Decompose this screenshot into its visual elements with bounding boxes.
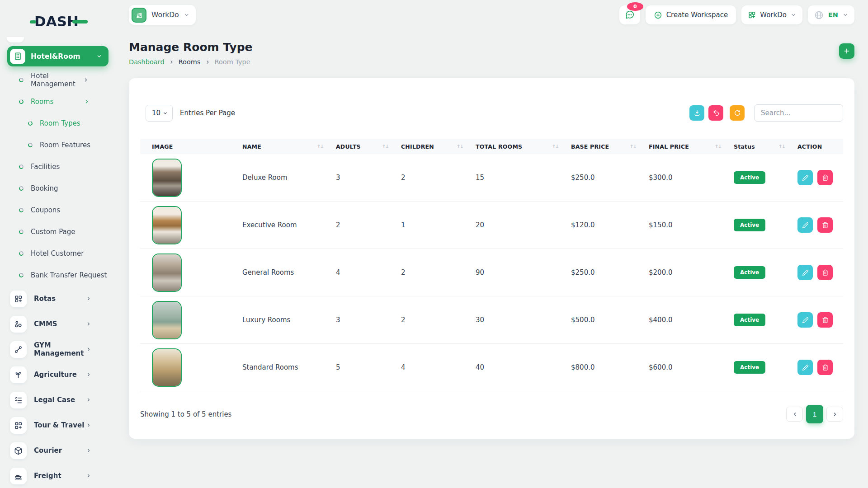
children-value: 2 (389, 174, 464, 182)
room-image[interactable] (152, 159, 182, 197)
create-workspace-button[interactable]: Create Workspace (646, 5, 736, 24)
sort-icon[interactable]: ↑↓ (317, 144, 323, 150)
previous-page-button[interactable] (786, 407, 803, 422)
delete-button[interactable] (817, 265, 833, 280)
chevron-right-icon (205, 60, 210, 65)
sidebar-item-room-types[interactable]: Room Types (0, 113, 117, 134)
sidebar-item-agriculture[interactable]: Agriculture (0, 362, 117, 387)
download-icon (693, 109, 701, 117)
workspace-icon (132, 8, 146, 23)
reset-button[interactable] (708, 105, 723, 121)
sort-icon[interactable]: ↑↓ (630, 144, 636, 150)
dumbbell-icon (10, 341, 27, 358)
sidebar-item-hotel-room[interactable]: Hotel&Room (7, 46, 108, 66)
table-row: Executive Room 2 1 20 $120.0 $150.0 Acti… (140, 202, 843, 249)
chevron-right-icon (83, 77, 89, 83)
sidebar-item-rotas[interactable]: Rotas (0, 286, 117, 311)
export-button[interactable] (689, 105, 704, 121)
chevron-down-icon (96, 53, 102, 59)
search-input[interactable] (754, 104, 843, 122)
workspace-selector[interactable]: WorkDo (129, 5, 196, 25)
breadcrumb-dashboard[interactable]: Dashboard (129, 58, 165, 66)
bullet-icon (19, 186, 24, 191)
sidebar-item-facilities[interactable]: Facilities (0, 156, 117, 178)
sidebar-item-hotel-management[interactable]: Hotel Management (0, 69, 117, 91)
sidebar-item-custom-page[interactable]: Custom Page (0, 221, 117, 243)
total-rooms-value: 40 (464, 363, 559, 371)
bullet-icon (19, 272, 24, 278)
plus-icon (843, 47, 850, 55)
room-image[interactable] (152, 301, 182, 339)
adults-value: 3 (324, 316, 389, 324)
clipped-menu-item (7, 37, 24, 42)
sidebar-item-gym-management[interactable]: GYM Management (0, 337, 117, 362)
sidebar-item-rooms[interactable]: Rooms (0, 91, 117, 113)
room-image[interactable] (152, 348, 182, 387)
sort-icon[interactable]: ↑↓ (552, 144, 558, 150)
topbar-right: 0 Create Workspace WorkDo EN (619, 5, 854, 24)
table-row: Luxury Rooms 3 2 30 $500.0 $400.0 Active (140, 296, 843, 344)
room-photo (153, 207, 181, 244)
refresh-button[interactable] (730, 105, 745, 121)
next-page-button[interactable] (826, 407, 843, 422)
sidebar-item-bank-transfer-request[interactable]: Bank Transfer Request (0, 264, 117, 286)
circles-cluster-icon (10, 316, 27, 333)
chevron-right-icon (832, 412, 838, 417)
room-image[interactable] (152, 253, 182, 292)
breadcrumb-rooms[interactable]: Rooms (179, 58, 201, 66)
delete-button[interactable] (817, 360, 833, 375)
room-name: Standard Rooms (231, 363, 324, 371)
sort-icon[interactable]: ↑↓ (457, 144, 463, 150)
sort-icon[interactable]: ↑↓ (715, 144, 721, 150)
final-price-value: $300.0 (637, 174, 722, 182)
table-row: Standard Rooms 5 4 40 $800.0 $600.0 Acti… (140, 344, 843, 391)
sprout-icon (10, 366, 27, 383)
table-row: General Rooms 4 2 90 $250.0 $200.0 Activ… (140, 249, 843, 296)
chevron-right-icon (169, 60, 174, 65)
language-selector[interactable]: EN (808, 5, 854, 24)
sidebar-item-legal-case[interactable]: Legal Case (0, 387, 117, 413)
sort-icon[interactable]: ↑↓ (382, 144, 388, 150)
messages-button[interactable]: 0 (619, 5, 640, 24)
entries-per-page-label: Entries Per Page (180, 109, 235, 117)
breadcrumb-current: Room Type (215, 58, 250, 66)
final-price-value: $150.0 (637, 221, 722, 229)
pencil-icon (802, 174, 809, 181)
edit-button[interactable] (797, 312, 813, 328)
sidebar-item-label: Hotel&Room (31, 52, 91, 61)
edit-button[interactable] (797, 217, 813, 233)
sidebar-item-freight[interactable]: Freight (0, 463, 117, 488)
sidebar-item-tour-travel[interactable]: Tour & Travel (0, 413, 117, 438)
chevron-right-icon (86, 473, 91, 479)
chevron-right-icon (86, 347, 91, 352)
pagination: 1 (786, 405, 843, 423)
delete-button[interactable] (817, 170, 833, 185)
sidebar-item-room-features[interactable]: Room Features (0, 134, 117, 156)
page-number-button[interactable]: 1 (806, 405, 823, 423)
sidebar-item-booking[interactable]: Booking (0, 178, 117, 199)
sidebar-item-courier[interactable]: Courier (0, 438, 117, 463)
bullet-icon (19, 229, 24, 235)
chevron-right-icon (84, 99, 90, 104)
app-logo[interactable]: DASH (30, 12, 117, 31)
final-price-value: $200.0 (637, 268, 722, 277)
sidebar-item-cmms[interactable]: CMMS (0, 311, 117, 337)
column-header-name: NAME↑↓ (231, 139, 324, 154)
delete-button[interactable] (817, 312, 833, 328)
room-image[interactable] (152, 206, 182, 244)
workspace-menu-button[interactable]: WorkDo (741, 5, 802, 24)
column-header-final-price: FINAL PRICE↑↓ (637, 139, 722, 154)
column-header-status: Status↑↓ (722, 139, 786, 154)
chevron-right-icon (86, 448, 91, 453)
sort-icon[interactable]: ↑↓ (778, 144, 785, 150)
entries-per-page-select[interactable]: 10 (146, 105, 173, 122)
page-header: Manage Room Type Dashboard Rooms Room Ty… (129, 41, 854, 66)
sidebar-item-hotel-customer[interactable]: Hotel Customer (0, 243, 117, 264)
edit-button[interactable] (797, 265, 813, 280)
showing-entries-text: Showing 1 to 5 of 5 entries (140, 410, 231, 418)
delete-button[interactable] (817, 217, 833, 233)
add-room-type-button[interactable] (839, 43, 854, 59)
sidebar-item-coupons[interactable]: Coupons (0, 199, 117, 221)
edit-button[interactable] (797, 170, 813, 185)
edit-button[interactable] (797, 360, 813, 375)
